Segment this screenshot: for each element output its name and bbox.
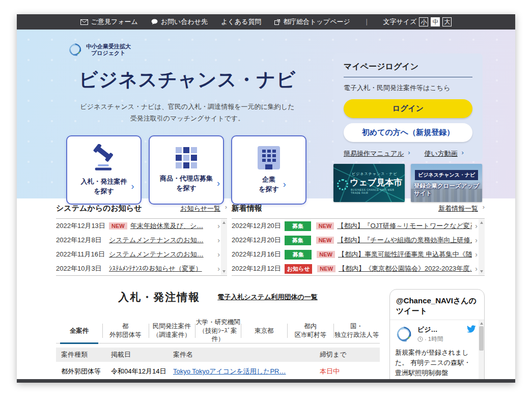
notice-date: 2022年10月3日	[56, 264, 109, 273]
login-button[interactable]: ログイン	[344, 99, 472, 118]
news-list-link[interactable]: 新着情報一覧	[438, 204, 485, 213]
col-posted-date: 掲載日	[111, 350, 173, 359]
card-search-companies-label: 企業 を探す	[259, 175, 279, 194]
tab-municipalities[interactable]: 都内 区市町村等	[287, 319, 333, 343]
col-case-type: 案件種類	[56, 350, 111, 359]
web-trade-fair-banner[interactable]: ビジネスチャンス・ナビ ウェブ見本市 BUSINESS CHANCE NAVI …	[333, 164, 405, 202]
faq-label: よくある質問	[221, 17, 261, 26]
case-type: 都外郭団体等	[56, 367, 111, 376]
faq-link[interactable]: よくある質問	[221, 17, 261, 26]
new-badge: NEW	[316, 237, 334, 244]
tagline-line2: 受発注取引のマッチングサイトです。	[63, 112, 312, 124]
chevron-right-icon[interactable]: ›	[214, 236, 220, 244]
howto-video-link[interactable]: 使い方動画	[425, 149, 464, 158]
notice-row: 2022年10月3日 ｼｽﾃﾑﾒﾝﾃﾅﾝｽのお知らせ（変更） ›	[56, 262, 220, 276]
notice-link[interactable]: システムメンテナンスのお知…	[109, 236, 204, 245]
tocho-top-link[interactable]: 都庁総合トップページ	[274, 17, 350, 26]
bids-table: 案件種類 掲載日 案件名 締切まで 都外郭団体等 令和04年12月14日 Tok…	[56, 348, 380, 381]
new-badge: NEW	[316, 222, 334, 230]
tab-private-orders[interactable]: 民間発注案件 （調達案件）	[149, 319, 195, 343]
card-search-bids[interactable]: 入札・発注案件 を探す	[66, 135, 142, 205]
chevron-right-icon[interactable]: ›	[472, 236, 478, 244]
tab-universities[interactable]: 大学・研究機関 （技術ｼｰｽﾞ案件）	[195, 319, 241, 343]
news-link[interactable]: 【都内】《東京都公園協会》2022-2023年度…	[339, 264, 472, 273]
notices-scrollbar[interactable]	[221, 219, 227, 275]
card-search-products[interactable]: 商品・代理店募集 を探す	[149, 135, 224, 205]
font-size-label: 文字サイズ	[383, 17, 417, 26]
chevron-right-icon[interactable]: ›	[214, 265, 220, 273]
tweet-author: ビジ… · 1時間	[417, 325, 462, 343]
project-logo[interactable]: 中小企業受注拡大 プロジェクト	[68, 42, 131, 58]
notices-list-link[interactable]: お知らせ一覧	[180, 204, 227, 213]
promo-banners: ビジネスチャンス・ナビ ウェブ見本市 BUSINESS CHANCE NAVI …	[333, 164, 482, 202]
category-badge: 募集	[285, 250, 312, 260]
banner2-title: 登録企業クローズアップサイト	[414, 182, 482, 197]
notice-row: 2022年12月8日 システムメンテナンスのお知… ›	[56, 233, 220, 247]
font-size-medium-button[interactable]: 中	[431, 17, 440, 26]
font-size-small-button[interactable]: 小	[419, 17, 428, 26]
clock-icon	[417, 336, 423, 342]
chevron-right-icon[interactable]: ›	[472, 222, 478, 230]
news-row: 2022年12月16日 募集 NEW 【都内】事業可能性評価事業 申込募集中《随…	[232, 247, 478, 262]
feedback-form-link[interactable]: ご意見フォーム	[80, 17, 138, 26]
tweet-time: · 1時間	[417, 335, 462, 343]
font-size-control: 文字サイズ 小 中 大	[383, 17, 452, 26]
news-link[interactable]: 【都内】事業可能性評価事業 申込募集中《随…	[338, 250, 472, 259]
gavel-icon	[91, 144, 117, 171]
register-button[interactable]: 初めての方へ（新規登録）	[344, 123, 472, 142]
news-date: 2022年12月20日	[232, 221, 285, 231]
mypage-login-panel: マイページログイン 電子入札・民間発注案件等はこちら ログイン 初めての方へ（新…	[333, 53, 483, 161]
manual-link[interactable]: 簡易操作マニュアル	[344, 149, 410, 158]
news-date: 2022年12月20日	[232, 236, 285, 245]
notice-date: 2022年12月8日	[56, 236, 109, 245]
tab-tokyo[interactable]: 東京都	[241, 319, 287, 343]
news-link[interactable]: 【都内】『OJT研修～リモートワークなど変革…	[337, 221, 472, 231]
search-cards: 入札・発注案件 を探す 商品・代理店募集 を探す 企業 を探す	[66, 135, 306, 205]
tab-national-agencies[interactable]: 国・ 独立行政法人等	[333, 319, 380, 343]
notices-title: システムからのお知らせ	[56, 204, 142, 213]
notice-link[interactable]: ｼｽﾃﾑﾒﾝﾃﾅﾝｽのお知らせ（変更）	[109, 264, 202, 273]
topbar-divider: ｜	[363, 17, 370, 26]
news-link[interactable]: 【都内】『チームや組織の業務効率向上研修』…	[337, 236, 472, 245]
contact-label: お問い合わせ先	[161, 17, 208, 26]
dotted-ring-icon	[337, 179, 348, 190]
news-section: 新着情報 新着情報一覧 2022年12月20日 募集 NEW 【都内】『OJT研…	[232, 204, 485, 276]
notice-row: 2022年11月16日 システムメンテナンスのお知… ›	[56, 247, 220, 262]
chevron-right-icon[interactable]: ›	[214, 222, 220, 230]
font-size-large-button[interactable]: 大	[442, 17, 452, 26]
chevron-right-icon[interactable]: ›	[214, 250, 220, 259]
ebid-organizations-link[interactable]: 電子入札システム利用団体の一覧	[217, 293, 318, 302]
notice-link[interactable]: システムメンテナンスのお知…	[109, 250, 204, 259]
twitter-bird-icon[interactable]	[466, 325, 476, 333]
tab-metro-affiliates[interactable]: 都 外郭団体等	[102, 319, 149, 343]
case-name-link[interactable]: Tokyo Tokyoアイコンを活用したPR…	[173, 367, 286, 375]
tweet[interactable]: ビジ… · 1時間 新規案件が登録されました。 有明テニスの森駅・豊洲駅照明制御…	[390, 320, 484, 380]
tweet-time-value: 1時間	[428, 335, 443, 343]
grid-icon	[176, 147, 197, 168]
login-links: 簡易操作マニュアル 使い方動画	[344, 149, 472, 158]
closeup-site-banner[interactable]: ビジネスチャンス・ナビ 登録企業クローズアップサイト	[411, 164, 482, 202]
category-badge: 募集	[285, 221, 311, 231]
top-utility-bar: ご意見フォーム お問い合わせ先 よくある質問 都庁総合トップページ ｜ 文字サイ…	[17, 14, 515, 30]
new-badge: NEW	[317, 265, 335, 272]
twitter-widget: @Chance_NAVIさんのツイート ビジ…	[389, 289, 485, 380]
chevron-right-icon[interactable]: ›	[472, 265, 478, 273]
notice-link[interactable]: 年末年始休業及び、シ…	[130, 221, 204, 231]
tweet-scrollbar[interactable]	[479, 320, 484, 380]
banner1-title: ウェブ見本市	[350, 177, 402, 188]
deadline-value: 本日中	[320, 367, 380, 376]
tab-all-cases[interactable]: 全案件	[56, 319, 102, 343]
news-scrollbar[interactable]	[479, 219, 485, 275]
banner2-brand: ビジネスチャンス・ナビ	[415, 170, 478, 180]
banner1-caption: BUSINESS CHANCE NAVI WEB TRADE FAIR	[351, 188, 405, 194]
system-notices-section: システムからのお知らせ お知らせ一覧 2022年12月13日 NEW 年末年始休…	[56, 204, 227, 276]
chevron-right-icon[interactable]: ›	[472, 250, 478, 259]
bids-table-header: 案件種類 掲載日 案件名 締切まで	[56, 348, 380, 362]
category-badge: お知らせ	[285, 264, 312, 274]
card-search-companies[interactable]: 企業 を探す	[231, 135, 306, 205]
tweet-author-name: ビジ…	[417, 325, 462, 334]
external-link-icon	[274, 19, 280, 25]
login-panel-title: マイページログイン	[344, 62, 472, 77]
news-title: 新着情報	[232, 204, 262, 213]
contact-link[interactable]: お問い合わせ先	[151, 17, 208, 26]
